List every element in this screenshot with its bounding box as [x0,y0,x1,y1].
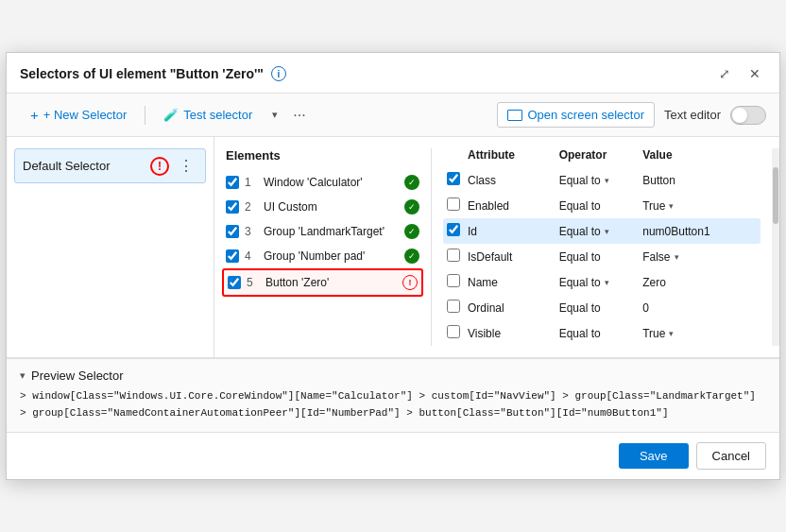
preview-code: > window[Class="Windows.UI.Core.CoreWind… [20,388,766,421]
attr-id-op-chevron[interactable]: ▾ [605,227,609,236]
element-2-checkbox[interactable] [226,200,239,214]
attr-row-visible: Visible Equal to True ▾ [443,320,760,346]
element-1-status: ✓ [404,175,419,190]
toolbar: + + New Selector 🧪 Test selector ▾ ··· O… [7,94,779,137]
cancel-button[interactable]: Cancel [696,442,766,470]
dialog-title: Selectors of UI element "Button 'Zero'" [20,66,264,81]
attr-class-name: Class [468,174,559,187]
attr-class-operator: Equal to ▾ [559,174,643,187]
element-2-num: 2 [245,200,258,214]
info-icon[interactable]: i [271,66,286,81]
selector-kebab-button[interactable]: ⋮ [175,155,197,177]
element-row[interactable]: 3 Group 'LandmarkTarget' ✓ [222,219,423,244]
preview-line2: > group[Class="NamedContainerAutomationP… [20,407,669,419]
default-selector-item[interactable]: Default Selector ! ⋮ [14,148,206,183]
more-options-button[interactable]: ··· [287,102,311,129]
toolbar-separator [145,106,145,125]
plus-icon: + [30,107,39,123]
attr-col-value: Value [642,148,757,162]
left-panel: Default Selector ! ⋮ [7,137,214,357]
text-editor-toggle[interactable] [730,106,766,125]
right-panel: Elements 1 Window 'Calculator' ✓ 2 UI Cu… [214,137,779,357]
element-1-label: Window 'Calculator' [264,176,399,189]
attr-name-name: Name [468,276,559,289]
scrollbar-thumb[interactable] [773,167,778,224]
test-selector-chevron[interactable]: ▾ [266,104,283,126]
attr-visible-name: Visible [468,327,559,340]
attr-isdefault-name: IsDefault [468,250,559,264]
attr-row-id: Id Equal to ▾ num0Button1 [443,218,760,244]
attr-enabled-name: Enabled [468,199,559,213]
preview-section: ▾ Preview Selector > window[Class="Windo… [7,358,779,431]
preview-header[interactable]: ▾ Preview Selector [20,369,766,383]
elements-section: Elements 1 Window 'Calculator' ✓ 2 UI Cu… [214,148,432,346]
attr-visible-value: True ▾ [642,327,757,340]
attr-name-operator: Equal to ▾ [559,276,643,289]
attr-ordinal-value: 0 [642,301,757,315]
minimize-button[interactable]: ⤢ [713,62,736,85]
element-5-status: ! [402,275,418,290]
element-row[interactable]: 2 UI Custom ✓ [222,195,423,219]
test-selector-button[interactable]: 🧪 Test selector [153,102,263,128]
selector-item-right: ! ⋮ [150,155,197,177]
attr-id-name: Id [468,225,559,238]
save-button[interactable]: Save [619,443,689,469]
attr-name-op-chevron[interactable]: ▾ [605,278,609,287]
close-button[interactable]: ✕ [743,62,766,85]
attr-header: Attribute Operator Value [443,148,760,162]
preview-line1: > window[Class="Windows.UI.Core.CoreWind… [20,390,756,402]
element-1-checkbox[interactable] [226,176,239,189]
title-bar-left: Selectors of UI element "Button 'Zero'" … [20,66,286,81]
attr-name-checkbox[interactable] [447,274,460,287]
attr-enabled-checkbox[interactable] [447,197,460,211]
main-content: Default Selector ! ⋮ Elements 1 Window '… [7,137,779,358]
attr-name-value: Zero [642,276,757,289]
element-4-status: ✓ [404,249,419,264]
attr-id-checkbox[interactable] [447,223,460,236]
element-4-label: Group 'Number pad' [264,249,399,263]
new-selector-label: + New Selector [43,108,128,122]
preview-label: Preview Selector [31,369,124,383]
scrollbar-track[interactable] [772,148,779,346]
selectors-dialog: Selectors of UI element "Button 'Zero'" … [6,52,780,479]
element-3-checkbox[interactable] [226,225,239,238]
attr-class-checkbox[interactable] [447,172,460,185]
element-4-num: 4 [245,249,258,263]
selector-item-label: Default Selector [23,159,111,173]
attr-isdefault-value: False ▾ [642,250,757,264]
attr-isdefault-checkbox[interactable] [447,249,460,262]
attr-id-operator: Equal to ▾ [559,225,643,238]
beaker-icon: 🧪 [163,108,179,122]
attr-isdefault-val-chevron[interactable]: ▾ [675,252,679,262]
attr-class-value: Button [642,174,757,187]
attr-visible-checkbox[interactable] [447,325,460,338]
attr-enabled-operator: Equal to [559,199,643,213]
element-2-label: UI Custom [264,200,399,214]
element-5-label: Button 'Zero' [265,276,397,289]
attr-enabled-val-chevron[interactable]: ▾ [669,201,674,211]
attr-id-value: num0Button1 [642,225,757,238]
element-5-num: 5 [247,276,260,289]
attr-row-name: Name Equal to ▾ Zero [443,269,760,295]
attr-row-isdefault: IsDefault Equal to False ▾ [443,244,760,269]
attr-class-op-chevron[interactable]: ▾ [605,176,609,185]
attr-ordinal-checkbox[interactable] [447,300,460,313]
element-5-checkbox[interactable] [228,276,241,289]
selector-warning-icon: ! [150,157,169,176]
text-editor-label: Text editor [664,108,721,122]
element-row[interactable]: 4 Group 'Number pad' ✓ [222,244,423,268]
open-screen-selector-button[interactable]: Open screen selector [497,102,655,128]
attr-ordinal-operator: Equal to [559,301,643,315]
element-row[interactable]: 1 Window 'Calculator' ✓ [222,170,423,195]
attr-isdefault-operator: Equal to [559,250,643,264]
attr-visible-val-chevron[interactable]: ▾ [669,329,674,338]
open-screen-selector-label: Open screen selector [527,108,644,122]
toolbar-left: + + New Selector 🧪 Test selector ▾ ··· [20,101,312,129]
element-2-status: ✓ [404,199,419,215]
element-row-highlighted[interactable]: 5 Button 'Zero' ! [222,268,423,297]
element-3-status: ✓ [404,224,419,239]
attr-row-class: Class Equal to ▾ Button [443,167,760,193]
element-4-checkbox[interactable] [226,249,239,263]
element-3-num: 3 [245,225,258,238]
new-selector-button[interactable]: + + New Selector [20,101,137,129]
